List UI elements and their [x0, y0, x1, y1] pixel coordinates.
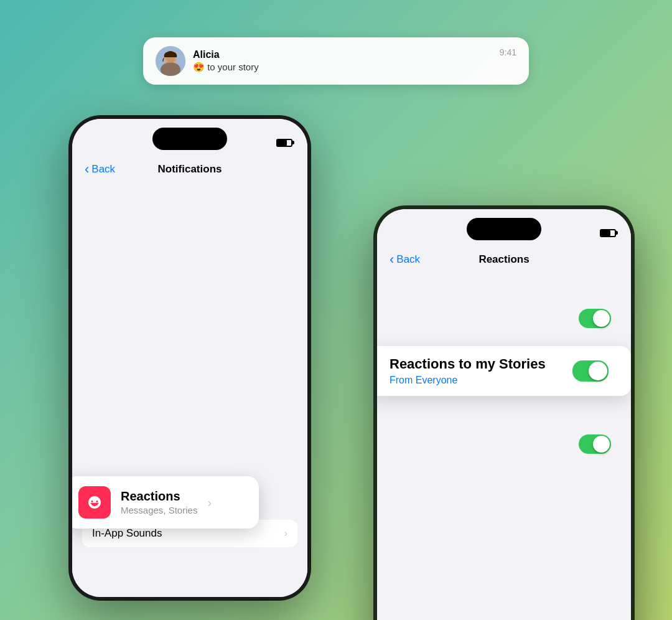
nav-title-left: Notifications: [158, 163, 222, 176]
reactions-floating-card[interactable]: Reactions Messages, Stories ›: [72, 476, 259, 528]
notification-content: Alicia 😍 to your story: [193, 49, 492, 73]
reactions-card-icon: [78, 486, 111, 519]
inapp-sounds-text: In-App Sounds: [92, 527, 276, 540]
show-sender-toggle[interactable]: [579, 434, 611, 454]
reactions-messages-toggle[interactable]: [579, 309, 611, 328]
dynamic-island-right: [467, 218, 541, 240]
avatar: [156, 46, 185, 76]
notification-banner: Alicia 😍 to your story 9:41: [143, 37, 529, 85]
nav-bar-right: ‹ Back Reactions: [377, 247, 631, 275]
phone-right: 9:41: [373, 205, 635, 620]
reactions-stories-toggle[interactable]: [572, 360, 609, 382]
reactions-stories-card[interactable]: Reactions to my Stories From Everyone: [377, 346, 631, 396]
dynamic-island-left: [152, 128, 227, 150]
reactions-card-text: Reactions Messages, Stories: [121, 489, 197, 515]
battery-icon-left: [276, 139, 292, 147]
notification-name: Alicia: [193, 49, 492, 60]
back-button-right[interactable]: ‹ Back: [390, 251, 420, 268]
chevron-right-icon: ›: [284, 528, 287, 539]
reactions-stories-text: Reactions to my Stories From Everyone: [390, 356, 546, 386]
battery-icon-right: [600, 229, 616, 237]
phone-left: 9:41 𝚪: [68, 115, 311, 601]
back-button-left[interactable]: ‹ Back: [85, 161, 115, 177]
chevron-right-icon: ›: [207, 496, 212, 510]
nav-bar-left: ‹ Back Notifications: [72, 156, 307, 185]
notification-message: 😍 to your story: [193, 62, 492, 73]
notification-time: 9:41: [500, 47, 516, 57]
nav-title-right: Reactions: [478, 253, 529, 266]
